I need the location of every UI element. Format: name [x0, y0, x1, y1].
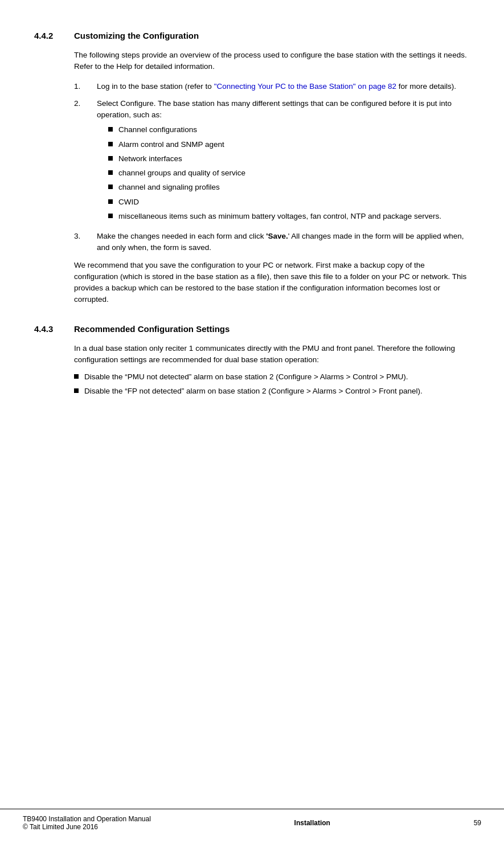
footer-copyright: © Tait Limited June 2016 — [23, 823, 98, 831]
bullet-pmu-text: Disable the “PMU not detected” alarm on … — [84, 371, 408, 383]
bullets-4-4-3: Disable the “PMU not detected” alarm on … — [74, 371, 470, 398]
footer-manual-title: TB9400 Installation and Operation Manual — [23, 815, 151, 823]
bullet-text-6: CWID — [118, 196, 139, 208]
section-title-4-4-3: Recommended Configuration Settings — [74, 324, 230, 334]
step-2-bullets: Channel configurations Alarm control and… — [108, 124, 470, 222]
save-bold: 'Save. — [266, 232, 288, 240]
bullet-channel-groups: channel groups and quality of service — [108, 167, 470, 179]
bullet-channel-configs: Channel configurations — [108, 124, 470, 136]
bullet-icon-4 — [108, 170, 113, 175]
bullet-pmu-icon — [74, 374, 79, 379]
step-2-text: Select Configure. The base station has m… — [97, 99, 452, 119]
bullet-channel-signaling: channel and signaling profiles — [108, 182, 470, 193]
section-4-4-3-bullets: Disable the “PMU not detected” alarm on … — [74, 371, 470, 398]
bullet-text-4: channel groups and quality of service — [118, 167, 245, 179]
bullet-text-3: Network interfaces — [118, 153, 182, 165]
bullet-alarm-control: Alarm control and SNMP agent — [108, 139, 470, 150]
section-4-4-3: 4.4.3 Recommended Configuration Settings… — [34, 324, 470, 398]
bullet-text-7: miscellaneous items such as minimum batt… — [118, 211, 441, 222]
page-content: 4.4.2 Customizing the Configuration The … — [0, 0, 504, 449]
footer-center: Installation — [294, 819, 330, 827]
section-header-4-4-3: 4.4.3 Recommended Configuration Settings — [34, 324, 470, 334]
bullet-fp-text: Disable the “FP not detected” alarm on b… — [84, 386, 423, 397]
footer-left: TB9400 Installation and Operation Manual… — [23, 815, 151, 831]
bullet-icon-6 — [108, 199, 113, 204]
section-title-4-4-2: Customizing the Configuration — [74, 31, 199, 40]
section-4-4-2: 4.4.2 Customizing the Configuration The … — [34, 31, 470, 306]
step-3-num: 3. — [74, 231, 97, 242]
step-2: 2. Select Configure. The base station ha… — [74, 98, 470, 225]
bullet-fp: Disable the “FP not detected” alarm on b… — [74, 386, 470, 397]
bullet-cwid: CWID — [108, 196, 470, 208]
step-3-row: 3. Make the changes needed in each form … — [74, 231, 470, 254]
step-1-content: Log in to the base station (refer to "Co… — [97, 81, 470, 92]
step-2-row: 2. Select Configure. The base station ha… — [74, 98, 470, 225]
bullet-icon-7 — [108, 214, 113, 218]
bullet-icon-1 — [108, 127, 113, 132]
section-number-4-4-3: 4.4.3 — [34, 324, 74, 334]
bullet-text-5: channel and signaling profiles — [118, 182, 220, 193]
section-header-4-4-2: 4.4.2 Customizing the Configuration — [34, 31, 470, 40]
step-2-num: 2. — [74, 98, 97, 109]
page-82-link[interactable]: "Connecting Your PC to the Base Station"… — [214, 82, 396, 91]
bullet-text-2: Alarm control and SNMP agent — [118, 139, 224, 150]
section-intro-4-4-2: The following steps provide an overview … — [74, 50, 470, 73]
page-footer: TB9400 Installation and Operation Manual… — [0, 809, 504, 837]
step-1-row: 1. Log in to the base station (refer to … — [74, 81, 470, 92]
bullet-icon-5 — [108, 185, 113, 189]
bullet-fp-icon — [74, 388, 79, 393]
section-intro-4-4-3: In a dual base station only reciter 1 co… — [74, 343, 470, 366]
bullet-icon-3 — [108, 156, 113, 161]
step-3-content: Make the changes needed in each form and… — [97, 231, 470, 254]
step-3: 3. Make the changes needed in each form … — [74, 231, 470, 254]
step-1: 1. Log in to the base station (refer to … — [74, 81, 470, 92]
bullet-pmu: Disable the “PMU not detected” alarm on … — [74, 371, 470, 383]
footer-page-number: 59 — [474, 819, 481, 827]
bullet-network-interfaces: Network interfaces — [108, 153, 470, 165]
section-number-4-4-2: 4.4.2 — [34, 31, 74, 40]
bullet-icon-2 — [108, 142, 113, 146]
step-2-content: Select Configure. The base station has m… — [97, 98, 470, 225]
step-1-num: 1. — [74, 81, 97, 92]
footer-section-label: Installation — [294, 819, 330, 827]
bullet-text-1: Channel configurations — [118, 124, 197, 136]
closing-text-4-4-2: We recommend that you save the configura… — [74, 260, 470, 306]
bullet-misc: miscellaneous items such as minimum batt… — [108, 211, 470, 222]
